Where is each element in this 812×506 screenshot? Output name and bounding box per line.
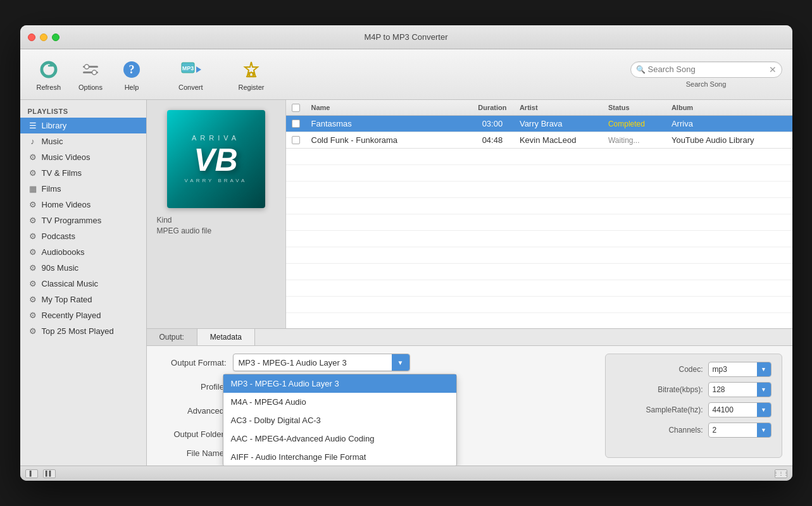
- convert-icon: MP3: [179, 58, 202, 81]
- sidebar-item-tv-films[interactable]: ⚙ TV & Films: [20, 165, 146, 181]
- channels-label: Channels:: [639, 426, 708, 435]
- sidebar-item-music[interactable]: ♪ Music: [20, 133, 146, 149]
- sidebar-item-library[interactable]: ☰ Library: [20, 118, 146, 133]
- maximize-button[interactable]: [52, 34, 59, 41]
- track-artist-2: Kevin MacLeod: [515, 134, 603, 146]
- sidebar-item-recently-played[interactable]: ⚙ Recently Played: [20, 307, 146, 323]
- format-dropdown[interactable]: MP3 - MPEG-1 Audio Layer 3 M4A - MPEG4 A…: [223, 374, 457, 466]
- sidebar-item-90s-music[interactable]: ⚙ 90s Music: [20, 260, 146, 276]
- track-check-2[interactable]: [286, 136, 306, 144]
- register-label: Register: [238, 83, 264, 91]
- samplerate-arrow[interactable]: ▼: [757, 403, 771, 417]
- convert-button[interactable]: MP3 Convert: [172, 54, 209, 95]
- tracklist: Name Duration Artist Status Album: [286, 100, 792, 328]
- channels-select[interactable]: 2 ▼: [708, 423, 771, 438]
- sidebar-item-classical-music[interactable]: ⚙ Classical Music: [20, 276, 146, 292]
- search-container: 🔍 ✕ Search Song: [630, 61, 782, 88]
- status-completed-1: Completed: [608, 120, 645, 128]
- sidebar-item-home-videos[interactable]: ⚙ Home Videos: [20, 197, 146, 213]
- home-videos-icon: ⚙: [28, 200, 38, 209]
- 90s-music-icon: ⚙: [28, 263, 38, 273]
- header-check[interactable]: [286, 102, 306, 113]
- search-box[interactable]: 🔍 ✕: [630, 61, 782, 78]
- header-name: Name: [306, 102, 470, 113]
- album-art-bottom-text: VARRY BRAVA: [185, 178, 247, 183]
- audiobooks-icon: ⚙: [28, 247, 38, 257]
- sidebar-item-top25-label: Top 25 Most Played: [42, 326, 114, 336]
- codec-arrow[interactable]: ▼: [757, 362, 771, 376]
- samplerate-label: SampleRate(hz):: [639, 405, 708, 414]
- sidebar-item-tv-films-label: TV & Films: [42, 168, 82, 178]
- dropdown-item-m4a[interactable]: M4A - MPEG4 Audio: [223, 393, 456, 411]
- help-button[interactable]: ? Help: [114, 54, 149, 95]
- track-check-1[interactable]: [286, 120, 306, 128]
- statusbar-right: ⋮⋮⋮: [775, 469, 787, 478]
- tracklist-header: Name Duration Artist Status Album: [286, 100, 792, 116]
- profile-label: Profile:: [157, 382, 233, 392]
- dropdown-item-aac[interactable]: AAC - MPEG4-Advanced Audio Coding: [223, 429, 456, 448]
- bitrate-value: 128: [713, 385, 754, 394]
- tv-films-icon: ⚙: [28, 168, 38, 178]
- sidebar-item-top25-most-played[interactable]: ⚙ Top 25 Most Played: [20, 323, 146, 339]
- sidebar-item-my-top-rated-label: My Top Rated: [42, 295, 92, 304]
- channels-arrow[interactable]: ▼: [757, 423, 771, 437]
- sidebar-item-my-top-rated[interactable]: ⚙ My Top Rated: [20, 292, 146, 307]
- album-meta: Kind MPEG audio file: [157, 216, 275, 237]
- statusbar-btn-2[interactable]: ▌▌: [43, 469, 56, 478]
- svg-point-5: [92, 70, 96, 75]
- track-name-1: Fantasmas: [306, 118, 470, 130]
- header-album: Album: [666, 102, 792, 113]
- track-checkbox-2[interactable]: [292, 136, 300, 144]
- sidebar-item-audiobooks[interactable]: ⚙ Audiobooks: [20, 244, 146, 260]
- refresh-button[interactable]: Refresh: [30, 54, 68, 95]
- select-all-checkbox[interactable]: [292, 104, 300, 112]
- sidebar-item-classical-music-label: Classical Music: [42, 279, 99, 288]
- output-format-select[interactable]: MP3 - MPEG-1 Audio Layer 3 ▼: [233, 354, 410, 371]
- bitrate-select[interactable]: 128 ▼: [708, 382, 771, 397]
- search-input[interactable]: [648, 65, 769, 74]
- refresh-label: Refresh: [37, 83, 61, 91]
- statusbar-btn-3[interactable]: ⋮⋮⋮: [775, 469, 787, 478]
- dropdown-item-ac3[interactable]: AC3 - Dolby Digital AC-3: [223, 411, 456, 429]
- empty-row: [286, 231, 792, 247]
- samplerate-value: 44100: [713, 405, 754, 414]
- empty-row: [286, 214, 792, 231]
- samplerate-select[interactable]: 44100 ▼: [708, 402, 771, 417]
- tab-metadata[interactable]: Metadata: [197, 329, 255, 345]
- options-label: Options: [78, 83, 103, 91]
- dropdown-item-mp3[interactable]: MP3 - MPEG-1 Audio Layer 3: [223, 374, 456, 393]
- table-row[interactable]: Fantasmas 03:00 Varry Brava Completed Ar…: [286, 116, 792, 132]
- bitrate-arrow[interactable]: ▼: [757, 383, 771, 397]
- sidebar-item-library-label: Library: [42, 121, 67, 130]
- track-checkbox-1[interactable]: [292, 120, 300, 128]
- music-videos-icon: ⚙: [28, 152, 38, 162]
- output-folder-label: Output Folder:: [157, 429, 233, 439]
- sidebar-section-playlists: Playlists: [20, 105, 146, 118]
- svg-text:MP3: MP3: [182, 65, 194, 71]
- top25-icon: ⚙: [28, 326, 38, 336]
- sidebar-item-films[interactable]: ▦ Films: [20, 181, 146, 197]
- tab-output[interactable]: Output:: [147, 329, 197, 345]
- samplerate-row: SampleRate(hz): 44100 ▼: [616, 402, 771, 417]
- empty-row: [286, 247, 792, 264]
- register-button[interactable]: Register: [232, 54, 270, 95]
- output-format-arrow[interactable]: ▼: [392, 354, 409, 371]
- album-kind-label: Kind: [157, 216, 275, 225]
- sidebar-item-podcasts[interactable]: ⚙ Podcasts: [20, 228, 146, 244]
- sidebar-item-music-videos[interactable]: ⚙ Music Videos: [20, 149, 146, 165]
- album-kind-value: MPEG audio file: [157, 226, 275, 235]
- options-button[interactable]: Options: [72, 54, 109, 95]
- sidebar-item-tv-programmes[interactable]: ⚙ TV Programmes: [20, 213, 146, 228]
- codec-select[interactable]: mp3 ▼: [708, 362, 771, 377]
- empty-row: [286, 280, 792, 297]
- close-button[interactable]: [28, 34, 35, 41]
- album-art: ARRIVA VB VARRY BRAVA: [167, 110, 265, 208]
- search-clear-icon[interactable]: ✕: [769, 65, 777, 75]
- svg-point-0: [41, 62, 56, 77]
- svg-marker-10: [196, 66, 201, 73]
- statusbar-btn-1[interactable]: ▌: [25, 469, 38, 478]
- minimize-button[interactable]: [40, 34, 47, 41]
- table-row[interactable]: Cold Funk - Funkorama 04:48 Kevin MacLeo…: [286, 132, 792, 149]
- dropdown-item-aiff[interactable]: AIFF - Audio Interchange File Format: [223, 448, 456, 466]
- toolbar: Refresh Options ? Help: [20, 49, 792, 100]
